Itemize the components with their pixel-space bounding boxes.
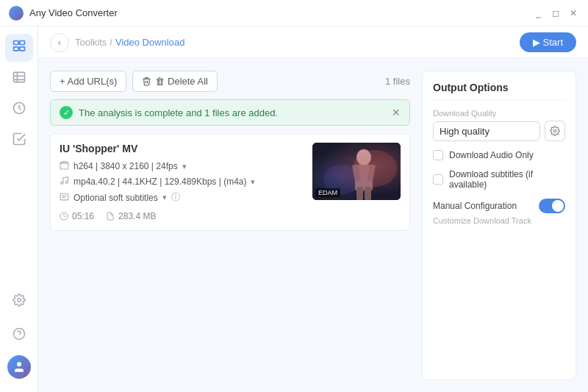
- video-meta-dropdown[interactable]: ▾: [182, 162, 187, 171]
- app-logo: [9, 6, 24, 21]
- sidebar-item-tasks[interactable]: [5, 126, 33, 154]
- quality-settings-button[interactable]: [545, 121, 565, 141]
- help-button[interactable]: [5, 321, 33, 349]
- file-icon: [106, 212, 115, 221]
- main-content: ‹ Toolkits / Video Download ▶ Start + Ad…: [38, 26, 588, 392]
- audio-meta-dropdown[interactable]: ▾: [251, 177, 255, 187]
- window-controls: ⎯ ◻ ✕: [532, 7, 579, 19]
- toggle-knob: [552, 200, 564, 212]
- nav-bar: ‹ Toolkits / Video Download ▶ Start: [38, 26, 588, 59]
- video-meta-video: h264 | 3840 x 2160 | 24fps ▾: [60, 160, 304, 172]
- quality-gear-icon: [550, 126, 560, 136]
- title-bar: Any Video Converter ⎯ ◻ ✕: [0, 0, 588, 26]
- close-button[interactable]: ✕: [567, 7, 579, 19]
- alert-close-button[interactable]: ✕: [392, 107, 401, 118]
- breadcrumb-separator: /: [110, 37, 112, 48]
- duration-stat: 05:16: [60, 211, 94, 221]
- app-name: Any Video Converter: [29, 7, 532, 18]
- sidebar: [0, 26, 38, 392]
- video-stats: 05:16 283.4 MB: [60, 211, 304, 221]
- video-info: IU 'Shopper' MV h264 | 3840 x 2160 | 24f…: [60, 143, 304, 221]
- quality-label: Download Quality: [433, 109, 565, 118]
- breadcrumb-current: Video Download: [115, 37, 184, 48]
- svg-rect-13: [60, 163, 68, 169]
- quality-select[interactable]: High quality Medium quality Low quality: [433, 121, 540, 141]
- svg-point-14: [61, 182, 63, 184]
- restore-button[interactable]: ◻: [550, 7, 562, 19]
- breadcrumb: Toolkits / Video Download: [75, 37, 184, 48]
- filesize-stat: 283.4 MB: [106, 211, 156, 221]
- clock-icon: [60, 212, 68, 221]
- video-title: IU 'Shopper' MV: [60, 143, 304, 154]
- main-split: + Add URL(s) 🗑 Delete All 1 files: [38, 59, 588, 392]
- subtitle-meta-text: Optional soft subtitles: [74, 193, 158, 203]
- back-button[interactable]: ‹: [50, 33, 69, 52]
- audio-meta-text: mp4a.40.2 | 44.1KHZ | 129.489Kbps | (m4a…: [74, 177, 246, 187]
- delete-all-label: 🗑 Delete All: [155, 76, 208, 87]
- svg-rect-16: [60, 193, 68, 200]
- thumbnail-image: EDAM: [312, 143, 401, 200]
- media-icon: [12, 70, 26, 88]
- svg-point-12: [17, 362, 21, 366]
- manual-config-label: Manual Configuration: [433, 201, 517, 211]
- subtitle-icon: [60, 192, 69, 204]
- audio-only-label: Download Audio Only: [449, 150, 534, 160]
- output-options-panel: Output Options Download Quality High qua…: [422, 71, 576, 380]
- video-meta-subtitles: Optional soft subtitles ▾ ⓘ: [60, 191, 304, 204]
- video-meta-text: h264 | 3840 x 2160 | 24fps: [74, 161, 178, 171]
- svg-point-9: [17, 298, 21, 302]
- sidebar-item-media[interactable]: [5, 65, 33, 93]
- svg-rect-3: [19, 46, 24, 50]
- breadcrumb-toolkits[interactable]: Toolkits: [75, 37, 107, 48]
- duration-value: 05:16: [72, 211, 94, 221]
- manual-config-section: Manual Configuration Customize Download …: [433, 199, 565, 225]
- alert-bar: ✓ The analysis is complete and 1 files a…: [50, 99, 410, 126]
- download-icon: [12, 39, 26, 57]
- add-url-button[interactable]: + Add URL(s): [50, 71, 126, 92]
- subtitles-label: Download subtitles (if available): [449, 169, 565, 190]
- audio-only-row: Download Audio Only: [433, 150, 565, 160]
- sidebar-item-history[interactable]: [5, 96, 33, 124]
- svg-rect-1: [19, 40, 24, 44]
- sidebar-item-video-download[interactable]: [5, 34, 33, 62]
- svg-point-15: [65, 181, 68, 183]
- quality-row: High quality Medium quality Low quality: [433, 121, 565, 141]
- thumbnail-label: EDAM: [315, 188, 340, 197]
- video-thumbnail: EDAM: [312, 143, 401, 200]
- gear-icon: [12, 293, 26, 310]
- svg-point-29: [553, 129, 556, 132]
- video-meta-audio: mp4a.40.2 | 44.1KHZ | 129.489Kbps | (m4a…: [60, 176, 304, 188]
- back-arrow-icon: ‹: [58, 37, 61, 48]
- manual-config-toggle[interactable]: [539, 199, 565, 213]
- delete-all-button[interactable]: 🗑 Delete All: [132, 71, 218, 92]
- trash-icon: [142, 76, 151, 86]
- success-icon: ✓: [60, 106, 73, 119]
- manual-config-row: Manual Configuration: [433, 199, 565, 213]
- filesize-value: 283.4 MB: [118, 211, 156, 221]
- subtitles-checkbox[interactable]: [433, 174, 443, 185]
- settings-button[interactable]: [5, 288, 33, 316]
- video-item: IU 'Shopper' MV h264 | 3840 x 2160 | 24f…: [50, 133, 410, 231]
- alert-message: The analysis is complete and 1 files are…: [79, 107, 278, 118]
- tasks-icon: [12, 132, 26, 150]
- help-icon: [12, 327, 26, 344]
- file-count: 1 files: [385, 76, 410, 87]
- subtitle-meta-dropdown[interactable]: ▾: [162, 193, 167, 202]
- video-format-icon: [60, 160, 69, 172]
- svg-rect-4: [13, 72, 24, 82]
- subtitle-info-icon[interactable]: ⓘ: [171, 191, 180, 204]
- audio-only-checkbox[interactable]: [433, 150, 443, 160]
- svg-rect-2: [13, 46, 18, 50]
- avatar[interactable]: [7, 355, 31, 379]
- toolbar: + Add URL(s) 🗑 Delete All 1 files: [50, 71, 410, 92]
- subtitles-row: Download subtitles (if available): [433, 169, 565, 190]
- start-button[interactable]: ▶ Start: [520, 32, 576, 52]
- minimize-button[interactable]: ⎯: [532, 7, 544, 19]
- customize-link[interactable]: Customize Download Track: [433, 216, 565, 225]
- download-quality-section: Download Quality High quality Medium qua…: [433, 109, 565, 141]
- audio-format-icon: [60, 176, 69, 188]
- history-icon: [12, 101, 26, 119]
- left-panel: + Add URL(s) 🗑 Delete All 1 files: [50, 71, 410, 380]
- svg-rect-0: [13, 40, 18, 44]
- panel-title: Output Options: [433, 82, 565, 100]
